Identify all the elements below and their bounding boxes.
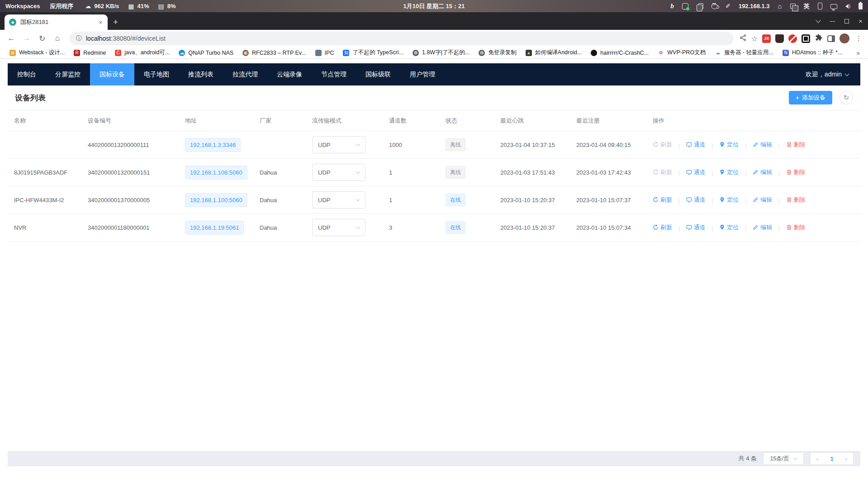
- nav-item-4[interactable]: 推流列表: [179, 63, 223, 85]
- bookmark-item[interactable]: ≣Webstack - 设计...: [5, 47, 69, 58]
- bookmark-item[interactable]: ☁QNAP Turbo NAS: [175, 48, 237, 57]
- bookmark-item[interactable]: ☁服务器 - 轻量应用...: [711, 47, 778, 58]
- delete-action[interactable]: 删除: [786, 223, 806, 232]
- new-tab-button[interactable]: +: [113, 17, 118, 27]
- bookmark-label: 如何编译Android...: [535, 49, 582, 57]
- nav-item-8[interactable]: 国标级联: [356, 63, 400, 85]
- nav-item-9[interactable]: 用户管理: [400, 63, 445, 85]
- prev-page-button[interactable]: ‹: [811, 455, 824, 462]
- clock[interactable]: 1月10日 星期二 15：21: [403, 2, 465, 10]
- bookmark-item[interactable]: IPC: [311, 48, 338, 57]
- locate-action[interactable]: 定位: [719, 141, 739, 149]
- bookmark-label: Redmine: [83, 50, 106, 56]
- caffeine-icon[interactable]: [711, 5, 717, 9]
- bookmark-item[interactable]: ⊕免登录复制: [474, 47, 521, 58]
- screenshot-tool-icon[interactable]: [682, 3, 688, 9]
- edit-action[interactable]: 编辑: [753, 141, 772, 149]
- window-switcher-icon[interactable]: [790, 4, 796, 9]
- window-menu-chevron-icon[interactable]: [816, 18, 821, 23]
- user-menu[interactable]: 欢迎，admin: [806, 71, 860, 79]
- window-minimize-button[interactable]: —: [830, 18, 835, 24]
- bookmark-item[interactable]: ⊕1.8W字|了不起的...: [408, 47, 474, 58]
- channel-action[interactable]: 通道: [686, 141, 706, 149]
- extensions-puzzle-icon[interactable]: [815, 33, 823, 43]
- locate-action[interactable]: 定位: [719, 196, 739, 204]
- bookmarks-overflow-chevron-icon[interactable]: »: [854, 49, 863, 57]
- ip-address-indicator[interactable]: 192.168.1.3: [739, 3, 770, 9]
- delete-action[interactable]: 删除: [786, 196, 806, 204]
- delete-action[interactable]: 删除: [786, 168, 806, 176]
- nav-item-0[interactable]: 控制台: [8, 63, 46, 85]
- refresh-action[interactable]: 刷新: [653, 196, 672, 204]
- refresh-list-button[interactable]: ↻: [840, 91, 853, 104]
- edit-action[interactable]: 编辑: [753, 168, 772, 176]
- locate-action[interactable]: 定位: [719, 223, 739, 232]
- display-icon[interactable]: [830, 4, 837, 9]
- stream-mode-select[interactable]: UDP: [312, 219, 365, 236]
- extension-blocker-icon[interactable]: [788, 34, 797, 43]
- bookmark-item[interactable]: ▲如何编译Android...: [522, 47, 586, 58]
- delete-action[interactable]: 删除: [786, 141, 806, 149]
- window-restore-button[interactable]: [844, 19, 849, 24]
- reload-button[interactable]: ↻: [35, 32, 49, 45]
- bookmark-item[interactable]: NHDAtmos :: 种子 *...: [778, 47, 846, 58]
- applications-button[interactable]: 应用程序: [50, 2, 73, 10]
- bookmark-star-icon[interactable]: ☆: [751, 34, 758, 43]
- network-speed: 962 KB/s: [94, 3, 119, 9]
- edit-action[interactable]: 编辑: [753, 223, 772, 232]
- channel-action[interactable]: 通道: [686, 168, 706, 176]
- color-picker-icon[interactable]: ✐: [726, 3, 730, 9]
- clipboard-icon[interactable]: [698, 3, 703, 9]
- home-button[interactable]: ⌂: [51, 32, 64, 45]
- bookmark-item[interactable]: ◉RFC2833 – RTP Ev...: [238, 48, 310, 57]
- next-page-button[interactable]: ›: [840, 455, 853, 462]
- forward-button[interactable]: →: [20, 32, 33, 45]
- network-download-icon: ☁: [85, 3, 91, 9]
- refresh-action[interactable]: 刷新: [653, 223, 672, 232]
- extension-frame-icon[interactable]: [802, 34, 810, 43]
- bookmark-item[interactable]: 知了不起的 TypeScri...: [339, 47, 408, 58]
- bookmark-label: Webstack - 设计...: [19, 49, 65, 57]
- profile-avatar[interactable]: [840, 33, 849, 43]
- channel-action[interactable]: 通道: [686, 223, 706, 232]
- site-info-icon[interactable]: ⓘ: [76, 34, 82, 43]
- nav-item-1[interactable]: 分屏监控: [46, 63, 90, 85]
- input-method-indicator[interactable]: 英: [804, 2, 810, 10]
- browser-tab[interactable]: ◆ 国标28181 ×: [5, 14, 108, 30]
- extension-js-icon[interactable]: JS: [762, 34, 771, 43]
- page-size-select[interactable]: 15条/页: [763, 452, 804, 465]
- stream-mode-select[interactable]: UDP: [312, 164, 365, 181]
- current-page-button[interactable]: 1: [824, 455, 839, 462]
- volume-icon[interactable]: ): [845, 4, 850, 9]
- refresh-action[interactable]: 刷新: [653, 141, 672, 149]
- bookmark-item[interactable]: Cjava、android可...: [111, 47, 174, 58]
- add-device-button[interactable]: + 添加设备: [789, 91, 832, 104]
- stream-mode-select[interactable]: UDP: [312, 191, 365, 208]
- browser-menu-icon[interactable]: ⋮: [854, 34, 863, 43]
- window-close-button[interactable]: ×: [859, 17, 863, 25]
- share-icon[interactable]: [739, 34, 747, 43]
- locate-action[interactable]: 定位: [719, 168, 739, 176]
- address-bar[interactable]: ⓘ localhost:38080/#/deviceList: [70, 32, 734, 45]
- nav-item-3[interactable]: 电子地图: [134, 63, 179, 85]
- phone-link-icon[interactable]: [818, 3, 822, 9]
- home-tray-icon[interactable]: ⌂: [778, 2, 782, 10]
- refresh-action[interactable]: 刷新: [653, 168, 672, 176]
- nav-item-7[interactable]: 节点管理: [312, 63, 356, 85]
- side-panel-icon[interactable]: [827, 35, 835, 42]
- bookmark-item[interactable]: ✿WVP-PRO文档: [654, 47, 710, 58]
- edit-action[interactable]: 编辑: [753, 196, 772, 204]
- bookmark-item[interactable]: RRedmine: [70, 48, 110, 57]
- channel-action[interactable]: 通道: [686, 196, 706, 204]
- extension-dark-icon[interactable]: [775, 34, 784, 43]
- nav-item-5[interactable]: 拉流代理: [223, 63, 267, 85]
- stream-mode-select[interactable]: UDP: [312, 136, 365, 153]
- nav-item-2[interactable]: 国标设备: [90, 63, 134, 85]
- bing-tray-icon[interactable]: b: [671, 2, 674, 10]
- nav-item-6[interactable]: 云端录像: [267, 63, 312, 85]
- back-button[interactable]: ←: [5, 32, 18, 45]
- tab-close-icon[interactable]: ×: [98, 19, 103, 26]
- bookmark-item[interactable]: hairrrrr/C-CrashC...: [587, 48, 653, 57]
- workspaces-button[interactable]: Workspaces: [5, 3, 40, 9]
- globe-icon: ⊕: [479, 50, 485, 56]
